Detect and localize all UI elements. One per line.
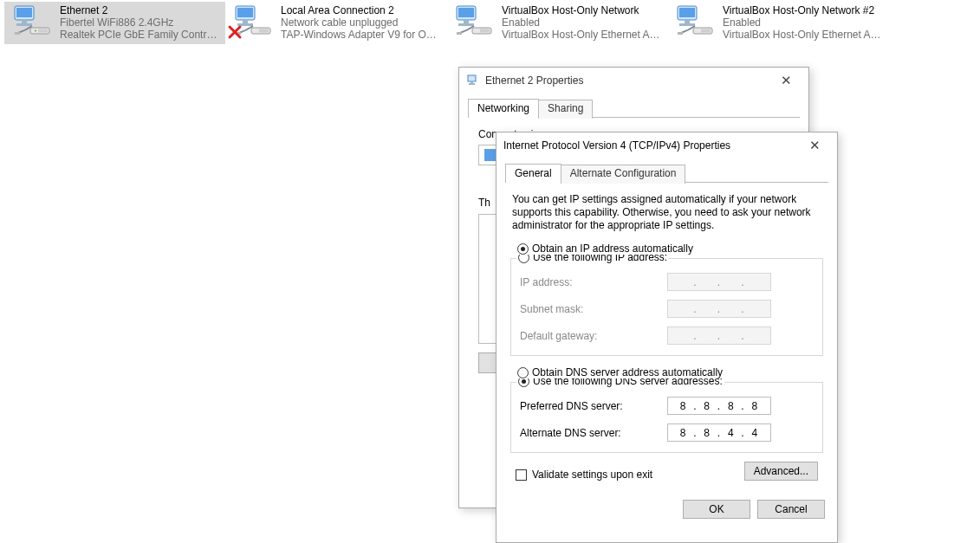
- alternate-dns-input[interactable]: 8. 8. 4. 4: [667, 423, 771, 442]
- error-overlay-icon: [227, 24, 243, 40]
- svg-rect-13: [259, 29, 269, 33]
- radio-ip-auto[interactable]: [517, 243, 529, 255]
- subnet-mask-label: Subnet mask:: [520, 303, 667, 315]
- radio-dns-auto-label: Obtain DNS server address automatically: [532, 366, 723, 378]
- svg-rect-23: [679, 8, 695, 17]
- network-adapter-icon: [227, 3, 279, 40]
- titlebar[interactable]: Internet Protocol Version 4 (TCP/IPv4) P…: [496, 133, 837, 158]
- dialog-title: Ethernet 2 Properties: [485, 74, 583, 87]
- svg-rect-1: [16, 8, 32, 17]
- radio-dns-auto[interactable]: [517, 367, 529, 378]
- tab-general[interactable]: General: [505, 164, 561, 183]
- svg-rect-6: [38, 29, 48, 33]
- ip-address-label: IP address:: [520, 276, 667, 288]
- svg-rect-9: [237, 8, 253, 17]
- close-icon[interactable]: ✕: [797, 138, 832, 153]
- svg-rect-16: [458, 8, 474, 17]
- default-gateway-input: ...: [667, 326, 771, 345]
- adapter-device: TAP-Windows Adapter V9 for Ope...: [281, 29, 441, 41]
- default-gateway-label: Default gateway:: [520, 330, 667, 342]
- svg-rect-20: [480, 29, 490, 33]
- adapter-item[interactable]: Ethernet 2 Fibertel WiFi886 2.4GHz Realt…: [4, 2, 225, 44]
- svg-rect-28: [678, 32, 683, 35]
- adapter-status: Enabled: [502, 16, 662, 29]
- adapter-status: Fibertel WiFi886 2.4GHz: [60, 16, 220, 29]
- validate-label: Validate settings upon exit: [532, 469, 652, 481]
- svg-point-5: [35, 30, 36, 32]
- alternate-dns-label: Alternate DNS server:: [520, 427, 667, 439]
- adapter-item[interactable]: Local Area Connection 2 Network cable un…: [225, 2, 446, 44]
- adapter-item[interactable]: VirtualBox Host-Only Network #2 Enabled …: [667, 2, 888, 44]
- svg-rect-24: [685, 20, 690, 23]
- tab-sharing[interactable]: Sharing: [538, 100, 593, 119]
- svg-rect-17: [464, 20, 469, 23]
- adapter-item[interactable]: VirtualBox Host-Only Network Enabled Vir…: [446, 2, 667, 44]
- adapter-device: VirtualBox Host-Only Ethernet Ad...: [723, 29, 883, 41]
- intro-text: You can get IP settings assigned automat…: [512, 193, 821, 232]
- network-adapter-icon: [448, 3, 500, 40]
- nic-small-icon: [484, 149, 496, 161]
- adapters-list: Ethernet 2 Fibertel WiFi886 2.4GHz Realt…: [0, 0, 980, 44]
- adapter-status: Network cable unplugged: [281, 16, 441, 29]
- titlebar[interactable]: Ethernet 2 Properties ✕: [459, 68, 808, 93]
- svg-rect-21: [457, 32, 462, 35]
- ip-address-input: ...: [667, 273, 771, 291]
- preferred-dns-input[interactable]: 8. 8. 8. 8: [667, 397, 771, 415]
- preferred-dns-label: Preferred DNS server:: [520, 400, 667, 412]
- svg-rect-25: [679, 23, 695, 26]
- adapter-status: Enabled: [723, 16, 883, 29]
- svg-rect-30: [471, 81, 473, 83]
- network-adapter-icon: [6, 3, 58, 40]
- adapter-device: VirtualBox Host-Only Ethernet Ad...: [502, 29, 662, 41]
- adapter-name: VirtualBox Host-Only Network #2: [723, 4, 883, 16]
- svg-rect-2: [22, 20, 27, 23]
- tab-networking[interactable]: Networking: [468, 99, 539, 118]
- adapter-device: Realtek PCIe GbE Family Controll...: [60, 29, 220, 41]
- svg-rect-27: [701, 29, 711, 33]
- adapter-name: VirtualBox Host-Only Network: [502, 4, 662, 16]
- svg-rect-3: [16, 23, 32, 26]
- cancel-button[interactable]: Cancel: [757, 500, 825, 519]
- svg-rect-29: [468, 75, 476, 81]
- svg-rect-18: [458, 23, 474, 26]
- advanced-button[interactable]: Advanced...: [744, 462, 818, 481]
- ipv4-properties-dialog: Internet Protocol Version 4 (TCP/IPv4) P…: [496, 132, 838, 543]
- svg-rect-7: [15, 32, 20, 35]
- svg-rect-31: [469, 83, 475, 85]
- adapter-name: Ethernet 2: [60, 4, 220, 16]
- ok-button[interactable]: OK: [683, 500, 750, 519]
- validate-checkbox[interactable]: [516, 469, 527, 481]
- close-icon[interactable]: ✕: [769, 73, 803, 88]
- radio-ip-auto-label: Obtain an IP address automatically: [532, 242, 693, 255]
- adapter-name: Local Area Connection 2: [281, 4, 441, 16]
- adapter-small-icon: [466, 74, 480, 87]
- network-adapter-icon: [669, 3, 721, 40]
- tab-alternate-configuration[interactable]: Alternate Configuration: [561, 165, 686, 184]
- dialog-title: Internet Protocol Version 4 (TCP/IPv4) P…: [503, 139, 730, 152]
- svg-rect-10: [243, 20, 248, 23]
- subnet-mask-input: ...: [667, 300, 771, 318]
